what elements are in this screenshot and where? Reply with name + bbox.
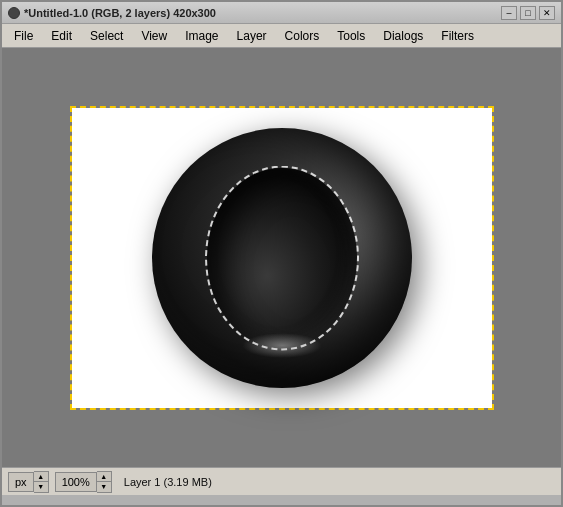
file-menu[interactable]: File	[6, 27, 41, 45]
image-menu[interactable]: Image	[177, 27, 226, 45]
unit-spinner[interactable]: ▲ ▼	[34, 471, 49, 493]
unit-down-button[interactable]: ▼	[34, 482, 48, 492]
zoom-spinner[interactable]: ▲ ▼	[97, 471, 112, 493]
unit-label: px	[8, 472, 34, 492]
title-bar-left: *Untitled-1.0 (RGB, 2 layers) 420x300	[8, 7, 216, 19]
unit-up-button[interactable]: ▲	[34, 472, 48, 482]
ring-highlight	[242, 333, 322, 358]
window-controls: – □ ✕	[501, 6, 555, 20]
maximize-button[interactable]: □	[520, 6, 536, 20]
unit-selector[interactable]: px ▲ ▼	[8, 471, 49, 493]
canvas-area	[2, 48, 561, 467]
title-bar: *Untitled-1.0 (RGB, 2 layers) 420x300 – …	[2, 2, 561, 24]
select-menu[interactable]: Select	[82, 27, 131, 45]
colors-menu[interactable]: Colors	[277, 27, 328, 45]
document-canvas[interactable]	[72, 108, 492, 408]
layer-info: Layer 1 (3.19 MB)	[124, 476, 212, 488]
layer-menu[interactable]: Layer	[229, 27, 275, 45]
ring-inner	[207, 168, 357, 348]
status-bar: px ▲ ▼ 100% ▲ ▼ Layer 1 (3.19 MB)	[2, 467, 561, 495]
filters-menu[interactable]: Filters	[433, 27, 482, 45]
window-title: *Untitled-1.0 (RGB, 2 layers) 420x300	[24, 7, 216, 19]
zoom-selector[interactable]: 100% ▲ ▼	[55, 471, 112, 493]
dialogs-menu[interactable]: Dialogs	[375, 27, 431, 45]
menu-bar: File Edit Select View Image Layer Colors…	[2, 24, 561, 48]
zoom-label: 100%	[55, 472, 97, 492]
tools-menu[interactable]: Tools	[329, 27, 373, 45]
window-icon	[8, 7, 20, 19]
view-menu[interactable]: View	[133, 27, 175, 45]
minimize-button[interactable]: –	[501, 6, 517, 20]
zoom-down-button[interactable]: ▼	[97, 482, 111, 492]
ring-shape	[152, 128, 412, 388]
zoom-up-button[interactable]: ▲	[97, 472, 111, 482]
edit-menu[interactable]: Edit	[43, 27, 80, 45]
close-button[interactable]: ✕	[539, 6, 555, 20]
